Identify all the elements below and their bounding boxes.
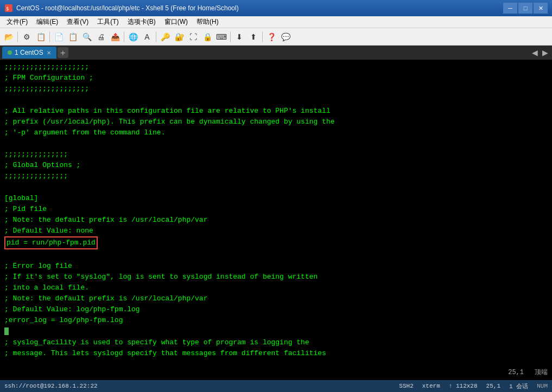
caps-indicator: 顶端 bbox=[535, 368, 548, 378]
toolbar-prop[interactable]: 📋 bbox=[34, 30, 47, 43]
toolbar-transfer[interactable]: 📤 bbox=[109, 30, 122, 43]
cursor-position: 25,1 bbox=[508, 368, 524, 378]
toolbar-open[interactable]: 📂 bbox=[2, 30, 15, 43]
tab-navigation: ◀ ▶ bbox=[530, 48, 550, 57]
toolbar-help[interactable]: ❓ bbox=[265, 30, 278, 43]
toolbar-key[interactable]: 🔑 bbox=[158, 30, 172, 43]
toolbar-copy[interactable]: 📄 bbox=[52, 30, 65, 43]
status-term: xterm bbox=[422, 383, 440, 389]
terminal-area[interactable]: ;;;;;;;;;;;;;;;;;;;; ; FPM Configuration… bbox=[0, 60, 552, 380]
toolbar-upload[interactable]: ⬆ bbox=[247, 30, 260, 43]
window-controls: ─ □ ✕ bbox=[503, 3, 548, 14]
sep4 bbox=[156, 31, 156, 42]
maximize-button[interactable]: □ bbox=[518, 3, 532, 14]
tab-prev-btn[interactable]: ◀ bbox=[530, 48, 540, 57]
sep2 bbox=[49, 31, 50, 42]
tab-centos[interactable]: 1 CentOS ✕ bbox=[2, 47, 56, 59]
tab-status-dot bbox=[8, 50, 12, 55]
toolbar-keyboard[interactable]: ⌨ bbox=[215, 30, 228, 43]
menu-tools[interactable]: 工具(T) bbox=[93, 16, 123, 28]
menu-help[interactable]: 帮助(H) bbox=[192, 16, 223, 28]
tab-add-button[interactable]: + bbox=[58, 47, 68, 58]
menu-view[interactable]: 查看(V) bbox=[62, 16, 93, 28]
arrow-icon: ↑ bbox=[449, 383, 453, 389]
sep3 bbox=[124, 31, 124, 42]
app-icon: $ bbox=[4, 4, 13, 12]
menu-tabs[interactable]: 选项卡(B) bbox=[123, 16, 160, 28]
highlighted-line: pid = run/php-fpm.pid bbox=[4, 236, 98, 249]
toolbar-font[interactable]: A bbox=[141, 30, 154, 43]
sep6 bbox=[262, 31, 263, 42]
status-size: ↑ 112x28 bbox=[449, 383, 478, 389]
sep1 bbox=[17, 31, 18, 42]
toolbar-chat[interactable]: 💬 bbox=[279, 30, 292, 43]
toolbar-agent[interactable]: 🔐 bbox=[173, 30, 186, 43]
toolbar-download[interactable]: ⬇ bbox=[233, 30, 246, 43]
svg-text:$: $ bbox=[6, 6, 9, 11]
tab-close-btn[interactable]: ✕ bbox=[47, 50, 51, 56]
title-bar: $ CentOS - root@localhost:/usr/local/php… bbox=[0, 0, 552, 16]
close-button[interactable]: ✕ bbox=[534, 3, 548, 14]
status-bar: ssh://root@192.168.1.22:22 SSH2 xterm ↑ … bbox=[0, 380, 552, 392]
tab-bar: 1 CentOS ✕ + ◀ ▶ bbox=[0, 46, 552, 60]
window-title: CentOS - root@localhost:/usr/local/php/e… bbox=[16, 4, 503, 12]
menu-edit[interactable]: 编辑(E) bbox=[32, 16, 62, 28]
toolbar-fullscreen[interactable]: ⛶ bbox=[187, 30, 200, 43]
status-position: 25,1 bbox=[486, 383, 500, 389]
status-protocol: SSH2 bbox=[399, 383, 413, 389]
toolbar-print[interactable]: 🖨 bbox=[94, 30, 107, 43]
terminal-content: ;;;;;;;;;;;;;;;;;;;; ; FPM Configuration… bbox=[4, 62, 548, 359]
tab-label: 1 CentOS bbox=[15, 49, 43, 56]
menu-file[interactable]: 文件(F) bbox=[2, 16, 32, 28]
menu-window[interactable]: 窗口(W) bbox=[160, 16, 192, 28]
terminal-cursor bbox=[4, 327, 9, 335]
size-value: 112x28 bbox=[456, 383, 478, 389]
minimize-button[interactable]: ─ bbox=[503, 3, 517, 14]
toolbar-paste[interactable]: 📋 bbox=[66, 30, 79, 43]
status-right-section: SSH2 xterm ↑ 112x28 25,1 1 会话 NUM bbox=[399, 382, 548, 390]
sep5 bbox=[230, 31, 231, 42]
menu-bar: 文件(F) 编辑(E) 查看(V) 工具(T) 选项卡(B) 窗口(W) 帮助(… bbox=[0, 16, 552, 28]
status-sessions: 1 会话 bbox=[509, 382, 528, 390]
toolbar-zoom[interactable]: 🔍 bbox=[80, 30, 93, 43]
toolbar-lock[interactable]: 🔒 bbox=[201, 30, 214, 43]
status-caps: NUM bbox=[537, 383, 548, 389]
status-host: ssh://root@192.168.1.22:22 bbox=[4, 383, 98, 389]
toolbar-settings[interactable]: ⚙ bbox=[20, 30, 33, 43]
toolbar-globe[interactable]: 🌐 bbox=[126, 30, 139, 43]
toolbar: 📂 ⚙ 📋 📄 📋 🔍 🖨 📤 🌐 A 🔑 🔐 ⛶ 🔒 ⌨ ⬇ ⬆ ❓ 💬 bbox=[0, 28, 552, 46]
tab-next-btn[interactable]: ▶ bbox=[541, 48, 550, 57]
